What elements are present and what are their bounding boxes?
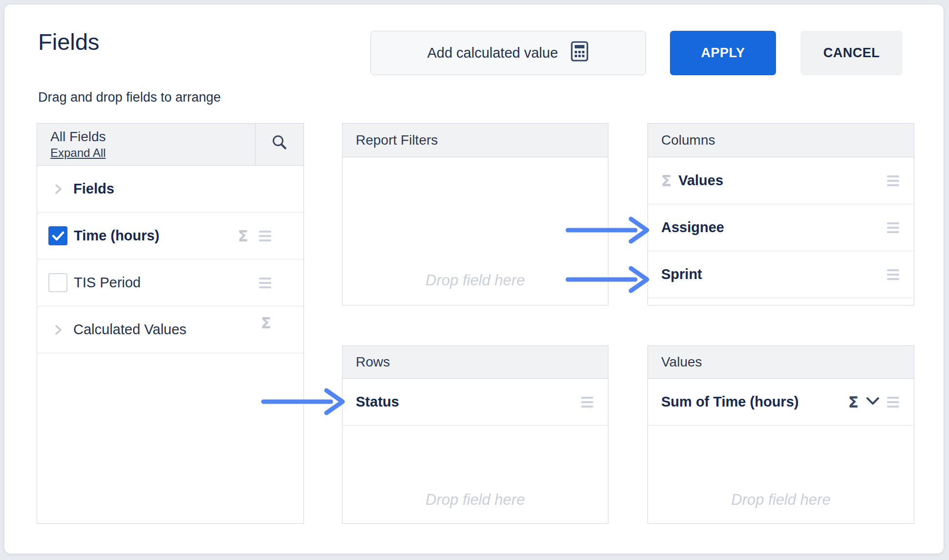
drag-handle-icon[interactable] (887, 269, 899, 280)
page-subtitle: Drag and drop fields to arrange (38, 90, 221, 105)
rows-item-status[interactable]: Status (343, 379, 608, 426)
field-item-label: Calculated Values (73, 322, 187, 338)
sigma-icon: Σ (848, 393, 859, 411)
calculator-icon (570, 41, 589, 65)
report-filters-header: Report Filters (343, 124, 608, 157)
values-header: Values (648, 346, 914, 379)
rows-dropzone[interactable]: Drop field here (343, 426, 608, 524)
sigma-icon: Σ (261, 314, 271, 332)
all-fields-header-text: All Fields Expand All (37, 129, 255, 159)
drop-placeholder: Drop field here (648, 491, 914, 509)
row-icons (887, 251, 899, 298)
drag-handle-icon[interactable] (887, 222, 899, 233)
report-filters-panel: Report Filters Drop field here (342, 123, 608, 305)
report-filters-dropzone[interactable]: Drop field here (343, 157, 608, 305)
columns-header: Columns (648, 124, 914, 157)
row-icons: Σ (848, 379, 899, 425)
drop-placeholder: Drop field here (343, 491, 608, 509)
row-icons (887, 204, 899, 251)
chevron-right-icon[interactable] (55, 183, 73, 195)
page-title: Fields (38, 28, 99, 55)
columns-item-sprint[interactable]: Sprint (648, 251, 914, 298)
rows-item-label: Status (356, 394, 399, 410)
fields-dialog: Fields Drag and drop fields to arrange A… (0, 0, 949, 560)
columns-panel: Columns Σ Values Assignee Sprint (647, 123, 914, 305)
field-item-label: TIS Period (74, 275, 141, 291)
values-item-label: Sum of Time (hours) (661, 394, 798, 410)
row-icons (259, 259, 271, 306)
chevron-down-icon[interactable] (865, 396, 880, 408)
all-fields-panel: All Fields Expand All Fields (37, 123, 304, 524)
time-hours-checkbox[interactable] (48, 226, 67, 245)
values-dropzone[interactable]: Drop field here (648, 426, 914, 524)
field-item-label: Time (hours) (74, 228, 159, 244)
search-button[interactable] (255, 124, 303, 165)
values-item-sum-of-time[interactable]: Sum of Time (hours) Σ (648, 379, 914, 426)
columns-item-values[interactable]: Σ Values (648, 157, 914, 204)
row-icons: Σ (261, 306, 271, 353)
row-icons (887, 157, 899, 204)
values-panel: Values Sum of Time (hours) Σ Drop field … (647, 345, 914, 524)
columns-item-assignee[interactable]: Assignee (648, 204, 914, 251)
chevron-right-icon[interactable] (55, 324, 73, 336)
apply-button[interactable]: APPLY (670, 31, 776, 75)
add-calculated-value-button[interactable]: Add calculated value (370, 31, 646, 75)
drag-handle-icon[interactable] (887, 175, 899, 186)
columns-item-label: Sprint (661, 266, 702, 282)
field-item-fields[interactable]: Fields (37, 166, 303, 213)
all-fields-header: All Fields Expand All (37, 124, 303, 166)
cancel-button[interactable]: CANCEL (800, 31, 903, 75)
sigma-icon: Σ (661, 172, 671, 190)
drag-handle-icon[interactable] (887, 397, 899, 408)
sigma-icon: Σ (238, 227, 248, 245)
field-item-calculated-values[interactable]: Calculated Values Σ (37, 306, 303, 353)
field-item-time-hours[interactable]: Time (hours) Σ (37, 213, 303, 259)
columns-item-label: Values (678, 172, 723, 189)
expand-all-link[interactable]: Expand All (50, 146, 106, 160)
field-item-tis-period[interactable]: TIS Period (37, 259, 303, 306)
add-calculated-value-label: Add calculated value (427, 45, 558, 61)
row-icons: Σ (238, 213, 271, 259)
tis-period-checkbox[interactable] (48, 273, 67, 292)
rows-panel: Rows Status Drop field here (342, 345, 608, 524)
columns-item-label: Assignee (661, 219, 724, 236)
field-item-label: Fields (73, 181, 114, 197)
rows-header: Rows (343, 346, 608, 379)
row-icons (581, 379, 593, 425)
drop-placeholder: Drop field here (343, 272, 608, 289)
all-fields-title: All Fields (50, 129, 255, 145)
drag-handle-icon[interactable] (259, 278, 271, 288)
search-icon (271, 134, 288, 155)
drag-handle-icon[interactable] (259, 231, 271, 241)
drag-handle-icon[interactable] (581, 397, 593, 408)
